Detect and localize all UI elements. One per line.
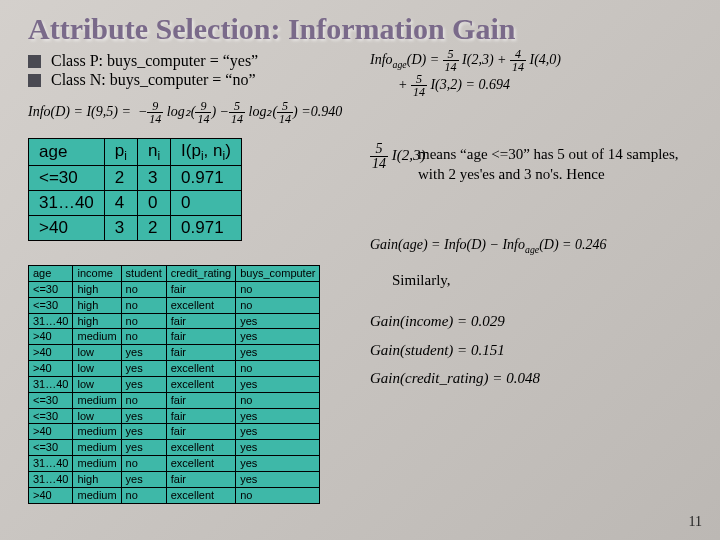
table-row: <=30mediumnofairno (29, 392, 320, 408)
content-area: Class P: buys_computer = “yes” Class N: … (0, 52, 720, 60)
table-row: 31…40highnofairyes (29, 313, 320, 329)
table-row: >40lowyesexcellentno (29, 361, 320, 377)
bullet-icon (28, 74, 41, 87)
bullet-text: Class P: buys_computer = “yes” (51, 52, 258, 70)
similarly-text: Similarly, (392, 272, 451, 289)
table-row: <=30mediumyesexcellentyes (29, 440, 320, 456)
formula-text: Info(D) = I(9,5) = (28, 104, 131, 119)
table-header: I(pi, ni) (171, 139, 242, 166)
slide-title: Attribute Selection: Information Gain (0, 0, 720, 52)
formula-text: =0.940 (301, 104, 342, 119)
explanation-text: means “age <=30” has 5 out of 14 samples… (418, 144, 700, 185)
gain-line: Gain(student) = 0.151 (370, 336, 540, 365)
table-header: pi (104, 139, 137, 166)
formula-text: log₂( (249, 104, 278, 119)
table-row: 31…40highyesfairyes (29, 471, 320, 487)
fraction-den: 14 (147, 113, 163, 125)
table-row: <=30230.971 (29, 166, 242, 191)
bullet-text: Class N: buys_computer = “no” (51, 71, 256, 89)
table-row: >40320.971 (29, 216, 242, 241)
gain-line: Gain(credit_rating) = 0.048 (370, 364, 540, 393)
gain-age-formula: Gain(age) = Info(D) − Infoage(D) = 0.246 (370, 237, 607, 255)
table-row: <=30highnoexcellentno (29, 297, 320, 313)
table-row: 31…40400 (29, 191, 242, 216)
info-d-formula: Info(D) = I(9,5) = −914 log₂(914) −514 l… (28, 100, 342, 125)
info-age-formula: Infoage(D) = 514 I(2,3) + 414 I(4,0) + 5… (370, 48, 561, 98)
age-summary-table: age pi ni I(pi, ni) <=30230.971 31…40400… (28, 138, 242, 241)
table-header: age (29, 139, 105, 166)
table-row: >40mediumnoexcellentno (29, 487, 320, 503)
table-row: <=30highnofairno (29, 281, 320, 297)
fraction-den: 14 (229, 113, 245, 125)
table-row: 31…40lowyesexcellentyes (29, 376, 320, 392)
bullet-icon (28, 55, 41, 68)
gain-line: Gain(income) = 0.029 (370, 307, 540, 336)
table-row: <=30lowyesfairyes (29, 408, 320, 424)
other-gains-list: Gain(income) = 0.029 Gain(student) = 0.1… (370, 307, 540, 393)
training-data-table: ageincomestudentcredit_ratingbuys_comput… (28, 265, 320, 504)
table-row: 31…40mediumnoexcellentyes (29, 456, 320, 472)
fraction-den: 14 (277, 113, 293, 125)
left-column: Class P: buys_computer = “yes” Class N: … (28, 52, 368, 90)
bullet-item: Class P: buys_computer = “yes” (28, 52, 368, 70)
table-row: >40mediumnofairyes (29, 329, 320, 345)
table-header-row: ageincomestudentcredit_ratingbuys_comput… (29, 266, 320, 282)
table-header: ni (137, 139, 170, 166)
page-number: 11 (689, 514, 702, 530)
table-row: >40mediumyesfairyes (29, 424, 320, 440)
fraction-den: 14 (195, 113, 211, 125)
bullet-item: Class N: buys_computer = “no” (28, 71, 368, 89)
formula-text: log₂( (167, 104, 196, 119)
table-row: >40lowyesfairyes (29, 345, 320, 361)
